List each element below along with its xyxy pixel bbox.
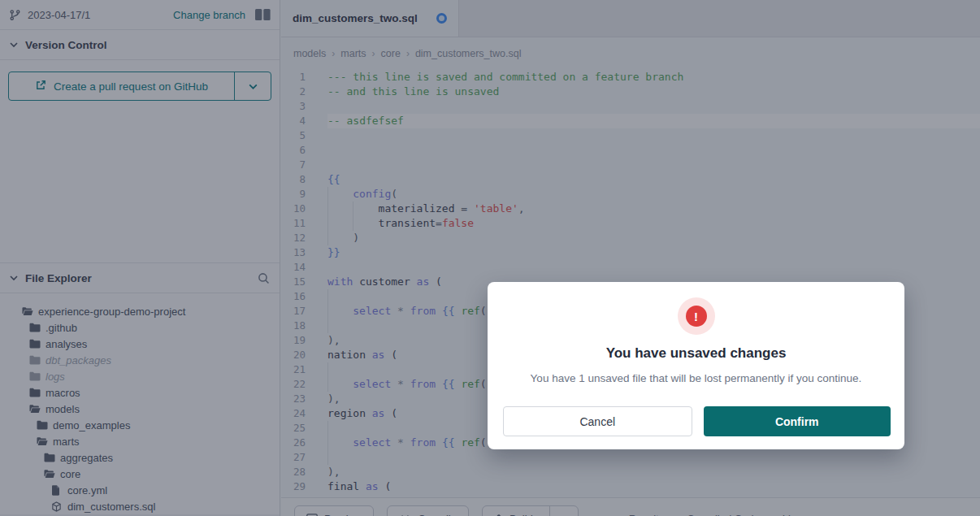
dbt-ide-app: 2023-04-17/1 Change branch Version Contr… <box>0 0 980 516</box>
unsaved-changes-modal: ! You have unsaved changes You have 1 un… <box>488 282 904 449</box>
cancel-button[interactable]: Cancel <box>503 406 692 436</box>
alert-icon: ! <box>678 297 715 335</box>
modal-title: You have unsaved changes <box>488 345 904 362</box>
modal-body-text: You have 1 unsaved file that will be los… <box>488 372 904 384</box>
confirm-button[interactable]: Confirm <box>704 406 891 436</box>
exclamation-icon: ! <box>686 306 707 327</box>
modal-actions: Cancel Confirm <box>503 406 891 436</box>
